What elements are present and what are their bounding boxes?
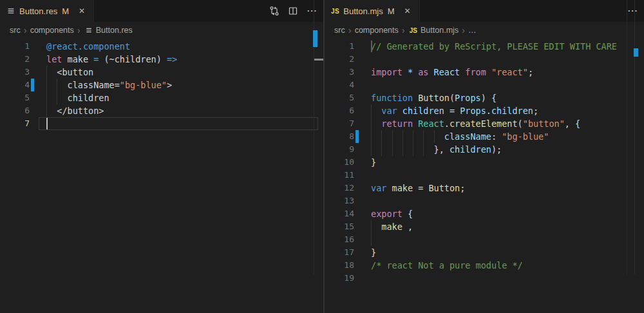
code-line[interactable]: 6var children = Props.children; (325, 104, 644, 117)
code-line[interactable]: 13 (325, 194, 644, 207)
code-line[interactable]: 2let make = (~children) => (0, 53, 323, 66)
token-fn: Button (418, 93, 450, 103)
overview-ruler[interactable] (314, 0, 323, 274)
overview-ruler[interactable] (634, 0, 644, 274)
code-editor-button-res[interactable]: 1@react.component2let make = (~children)… (0, 39, 323, 313)
code-line[interactable]: 5children (0, 91, 323, 104)
editor-group-left: Button.res M ✕ ⋯ (0, 0, 325, 313)
ruler-modified-marker (634, 48, 638, 57)
open-changes-icon[interactable] (269, 6, 279, 16)
token-pln: > (167, 80, 172, 90)
tab-bar-left: Button.res M ✕ ⋯ (0, 0, 323, 22)
code-text: children (46, 91, 109, 104)
token-fn: createElement (450, 119, 518, 129)
code-line[interactable]: 3<button (0, 66, 323, 79)
code-line[interactable]: 5function Button(Props) { (325, 91, 644, 104)
code-text: function Button(Props) { (371, 91, 497, 104)
editor-group-right: JS Button.mjs M ✕ ⋯ src › components › J… (325, 0, 644, 313)
line-number: 16 (325, 233, 354, 246)
indent-guide (423, 130, 433, 143)
token-pln: . (444, 119, 450, 129)
close-icon[interactable]: ✕ (77, 6, 87, 16)
token-kw: => (167, 54, 177, 64)
code-line[interactable]: 1// Generated by ReScript, PLEASE EDIT W… (325, 40, 644, 53)
code-text (371, 233, 381, 246)
token-pln: , (402, 222, 413, 232)
token-var: React (434, 67, 466, 77)
token-fn: Button (428, 183, 460, 193)
code-text: make , (371, 220, 413, 233)
line-number: 15 (325, 220, 354, 233)
code-line[interactable]: 19 (325, 272, 644, 285)
line-number: 13 (325, 194, 354, 207)
line-number: 1 (0, 40, 30, 53)
code-line[interactable]: 10} (325, 156, 644, 169)
code-line[interactable]: 2 (325, 53, 644, 66)
code-line[interactable]: 15make , (325, 220, 644, 233)
code-line[interactable]: 18/* react Not a pure module */ (325, 259, 644, 272)
code-text: var make = Button; (371, 182, 465, 194)
code-line[interactable]: 11 (325, 169, 644, 182)
line-number: 7 (0, 117, 30, 130)
token-var: className (444, 131, 491, 142)
split-editor-icon[interactable] (288, 6, 298, 16)
breadcrumb-file[interactable]: Button.mjs (421, 26, 459, 35)
code-line[interactable]: 8className: "bg-blue" (325, 130, 644, 143)
breadcrumb-file[interactable]: Button.res (96, 26, 133, 35)
code-editor-button-mjs[interactable]: 1// Generated by ReScript, PLEASE EDIT W… (325, 39, 644, 313)
breadcrumb-right: src › components › JS Button.mjs › … (325, 22, 644, 39)
indent-guide (57, 91, 67, 104)
indent-guide (46, 79, 57, 91)
breadcrumb-item-src[interactable]: src (10, 26, 21, 35)
code-text: var children = Props.children; (371, 104, 538, 117)
code-text: </button> (46, 104, 104, 117)
token-kw: function (371, 93, 418, 103)
chevron-right-icon: › (462, 25, 465, 35)
chevron-right-icon: › (24, 25, 27, 35)
code-line[interactable]: 14export { (325, 207, 644, 220)
code-line[interactable]: 16 (325, 233, 644, 246)
line-number: 3 (325, 66, 354, 79)
token-pln: } (371, 157, 376, 167)
code-line[interactable]: 9}, children); (325, 143, 644, 156)
tab-button-mjs[interactable]: JS Button.mjs M ✕ (325, 0, 420, 22)
token-ctl: as (418, 67, 433, 77)
token-pln: </button> (57, 106, 104, 116)
code-line[interactable]: 17} (325, 246, 644, 259)
code-line[interactable]: 6</button> (0, 104, 323, 117)
tab-bar-right: JS Button.mjs M ✕ ⋯ (325, 0, 644, 22)
code-line[interactable]: 4 (325, 79, 644, 91)
breadcrumb-item-components[interactable]: components (30, 26, 74, 35)
code-line[interactable]: 7 (0, 117, 323, 130)
token-kw: @react.component (46, 41, 130, 52)
indent-guide (402, 130, 413, 143)
code-text: @react.component (46, 40, 130, 53)
code-line[interactable]: 1@react.component (0, 40, 323, 53)
javascript-file-icon: JS (331, 8, 339, 15)
code-text: import * as React from "react"; (371, 66, 533, 79)
code-line[interactable]: 7return React.createElement("button", { (325, 117, 644, 130)
close-icon[interactable]: ✕ (402, 6, 413, 16)
tab-button-res[interactable]: Button.res M ✕ (0, 0, 94, 22)
code-line[interactable]: 3import * as React from "react"; (325, 66, 644, 79)
token-var: Props (455, 93, 481, 103)
breadcrumb-item-src[interactable]: src (334, 26, 345, 35)
indent-guide (413, 143, 423, 156)
indent-guide (46, 91, 57, 104)
line-number: 8 (325, 130, 354, 143)
token-pln: <button (57, 67, 93, 77)
breadcrumb-symbol-ellipsis[interactable]: … (468, 26, 477, 35)
line-number: 2 (325, 53, 354, 66)
code-text: className: "bg-blue" (371, 130, 549, 143)
breadcrumb-item-components[interactable]: components (355, 26, 399, 35)
token-var: Props (460, 106, 486, 116)
code-text: } (371, 156, 376, 169)
code-line[interactable]: 12var make = Button; (325, 182, 644, 194)
line-number: 2 (0, 53, 30, 66)
code-line[interactable]: 4className="bg-blue"> (0, 79, 323, 91)
line-number: 14 (325, 207, 354, 220)
modified-badge: M (388, 6, 395, 16)
indent-guide (402, 143, 413, 156)
token-fn: make (381, 222, 402, 232)
line-number: 10 (325, 156, 354, 169)
